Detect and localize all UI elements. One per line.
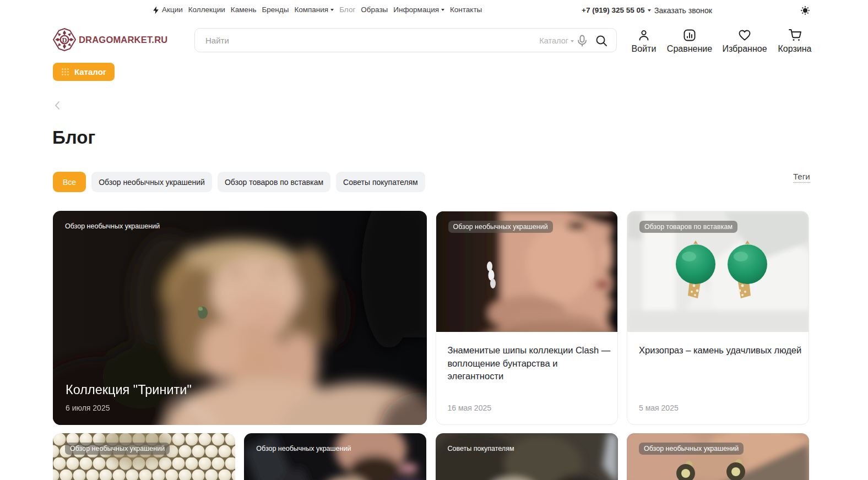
svg-text:D: D xyxy=(62,36,67,44)
